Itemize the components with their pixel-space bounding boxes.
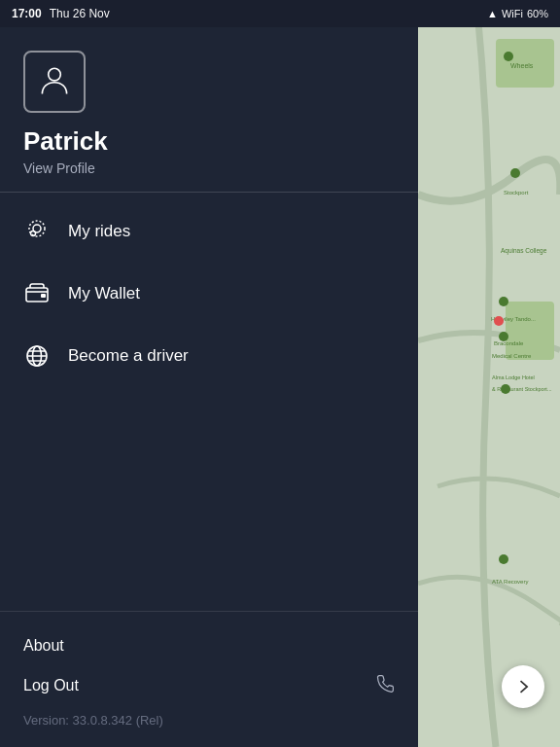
- avatar-icon: [37, 62, 72, 101]
- about-label: About: [23, 637, 64, 655]
- svg-point-22: [494, 316, 504, 326]
- svg-text:Bracondale: Bracondale: [494, 340, 524, 346]
- profile-section: Patrick View Profile: [0, 27, 418, 193]
- rides-label: My rides: [68, 222, 130, 241]
- view-profile-link[interactable]: View Profile: [23, 160, 395, 176]
- logout-item[interactable]: Log Out: [23, 664, 395, 707]
- drawer: Patrick View Profile My rides: [0, 0, 418, 747]
- profile-name: Patrick: [23, 126, 395, 157]
- svg-point-25: [499, 554, 508, 564]
- svg-text:Aquinas College: Aquinas College: [501, 247, 547, 255]
- wifi-icon: WiFi: [502, 8, 523, 19]
- avatar[interactable]: [23, 51, 86, 113]
- battery-icon: 60%: [527, 8, 548, 19]
- svg-text:ATA Recovery: ATA Recovery: [492, 579, 528, 585]
- globe-icon: [23, 342, 51, 370]
- svg-text:Wheels: Wheels: [510, 62, 534, 69]
- svg-point-24: [501, 384, 510, 394]
- wallet-label: My Wallet: [68, 284, 140, 303]
- phone-icon: [375, 674, 395, 697]
- svg-point-20: [510, 168, 520, 178]
- rides-icon: [23, 218, 51, 245]
- driver-label: Become a driver: [68, 346, 189, 366]
- svg-text:Alma Lodge Hotel: Alma Lodge Hotel: [492, 374, 535, 380]
- svg-point-2: [29, 221, 45, 236]
- svg-point-21: [499, 297, 508, 306]
- status-time: 17:00: [12, 7, 42, 20]
- svg-point-19: [504, 52, 513, 61]
- nav-item-wallet[interactable]: My Wallet: [0, 263, 418, 325]
- nav-item-rides[interactable]: My rides: [0, 200, 418, 263]
- svg-text:Medical Centre: Medical Centre: [492, 353, 532, 359]
- version-text: Version: 33.0.8.342 (Rel): [23, 707, 395, 728]
- svg-rect-5: [41, 294, 46, 298]
- signal-icon: ▲: [487, 8, 498, 19]
- svg-point-0: [49, 68, 61, 81]
- status-bar: 17:00 Thu 26 Nov ▲ WiFi 60%: [0, 0, 560, 27]
- nav-items: My rides My Wallet: [0, 193, 418, 611]
- svg-text:Stockport: Stockport: [504, 190, 529, 196]
- drawer-footer: About Log Out Version: 33.0.8.342 (Rel): [0, 611, 418, 747]
- svg-point-23: [499, 332, 508, 341]
- about-item[interactable]: About: [23, 627, 395, 664]
- map-arrow-button[interactable]: [502, 665, 544, 708]
- status-date: Thu 26 Nov: [50, 7, 110, 20]
- wallet-icon: [23, 280, 51, 307]
- svg-point-3: [31, 231, 36, 236]
- svg-rect-10: [506, 302, 554, 360]
- nav-item-driver[interactable]: Become a driver: [0, 325, 418, 387]
- logout-label: Log Out: [23, 677, 79, 694]
- map-area: Wheels Stockport Aquinas College Heavile…: [418, 0, 560, 747]
- status-icons: ▲ WiFi 60%: [487, 8, 548, 19]
